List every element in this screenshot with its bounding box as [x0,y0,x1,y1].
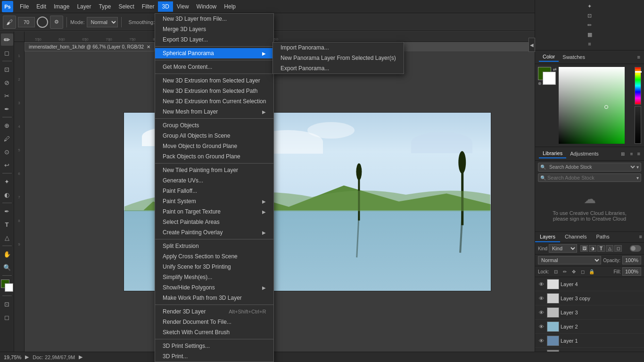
list-item[interactable]: 👁 Layer 1 [535,334,644,348]
menu-split-extrusion[interactable]: Split Extrusion [155,241,273,251]
menu-select[interactable]: Select [115,1,138,12]
lib-search-input[interactable] [547,175,636,181]
reset-colors-btn[interactable]: ⊕ [538,81,542,86]
menu-create-painting[interactable]: Create Painting Overlay ▶ [155,227,273,238]
panel-icon-2[interactable]: ⊡ [586,11,594,20]
menu-extrusion-layer[interactable]: New 3D Extrusion from Selected Layer [155,75,273,86]
menu-type[interactable]: Type [95,1,115,12]
list-item[interactable]: 👁 Layer 3 [535,305,644,320]
screen-mode-btn[interactable]: ◻ [1,311,13,323]
opacity-input[interactable] [622,256,641,264]
lib-search-select[interactable]: Search Adobe Stock [547,164,636,170]
filter-toggle[interactable] [630,245,641,252]
brush-tool[interactable]: ✏ [1,33,13,46]
lock-all-icon[interactable]: 🔒 [588,268,595,275]
panel-icon-4[interactable]: ▦ [586,30,594,39]
dodge-tool[interactable]: ◐ [1,189,13,201]
menu-show-hide-poly[interactable]: Show/Hide Polygons ▶ [155,282,273,293]
smudge-tool[interactable]: ✦ [1,175,13,188]
menu-merge-3d[interactable]: Merge 3D Layers [155,24,273,34]
menu-work-path[interactable]: Make Work Path from 3D Layer [155,293,273,303]
stamp-tool[interactable]: ⊙ [1,146,13,158]
menu-select-paintable[interactable]: Select Paintable Areas [155,217,273,227]
menu-apply-cross[interactable]: Apply Cross Section to Scene [155,251,273,262]
lock-artboard-icon[interactable]: ◻ [579,268,586,275]
collapse-panels-btn[interactable]: ◀ [528,38,535,52]
pen-tool[interactable]: ✒ [1,205,13,217]
menu-image[interactable]: Image [50,1,73,12]
color-tab[interactable]: Color [539,52,559,62]
sub-import-panorama[interactable]: Import Panorama... [273,42,404,53]
list-item[interactable]: 👁 Layer 2 [535,320,644,334]
layer-eye-1[interactable]: 👁 [537,338,545,344]
quick-mask-btn[interactable]: ⊡ [1,298,13,310]
menu-export-3d[interactable]: Export 3D Layer... [155,34,273,45]
lib-dropdown-arrow[interactable]: ▾ [636,175,639,181]
panel-icon-5[interactable]: ≡ [586,40,594,48]
lock-paint-icon[interactable]: ✏ [561,268,569,275]
layer-eye-3c[interactable]: 👁 [537,296,545,301]
heal-tool[interactable]: ⊕ [1,119,13,132]
brush-tool-icon[interactable]: 🖌 [3,16,16,29]
menu-paint-system[interactable]: Paint System ▶ [155,196,273,206]
selection-tool[interactable]: ⊡ [1,63,13,75]
layers-tab-channels[interactable]: Channels [560,232,591,242]
menu-group-objects[interactable]: Group Objects [155,120,273,131]
menu-paint-target[interactable]: Paint on Target Texture ▶ [155,206,273,217]
layer-eye-3[interactable]: 👁 [537,310,545,315]
menu-paint-falloff[interactable]: Paint Falloff... [155,186,273,196]
text-tool[interactable]: T [1,218,13,230]
menu-view[interactable]: View [173,1,193,12]
panel-icon-1[interactable]: ✦ [586,2,594,10]
filter-pixel-icon[interactable]: 🖼 [580,245,588,252]
layers-panel-menu-btn[interactable]: ≡ [637,232,644,242]
menu-move-object[interactable]: Move Object to Ground Plane [155,141,273,151]
hand-tool[interactable]: ✋ [1,248,13,260]
status-triangle[interactable]: ▶ [25,354,29,360]
menu-group-all[interactable]: Group All Objects in Scene [155,131,273,141]
filter-kind-select[interactable]: Kind [549,244,577,253]
panel-icon-3[interactable]: ✏ [586,21,594,29]
lib-grid-icon[interactable]: ⊞ [619,150,627,157]
lib-menu-btn[interactable]: ≡ [637,151,640,156]
background-swatch[interactable] [543,72,556,85]
zoom-tool[interactable]: 🔍 [1,261,13,273]
color-gradient[interactable] [559,67,625,144]
adjustments-tab[interactable]: Adjustments [566,149,603,158]
menu-3d-print-settings[interactable]: 3D Print Settings... [155,341,273,351]
canvas-tab[interactable]: immenstadter_horn_1k.hdr @ 66,7% (Layer … [25,42,155,51]
sub-export-panorama[interactable]: Export Panorama... [273,63,404,74]
menu-get-more-content[interactable]: Get More Content... [155,62,273,72]
history-brush[interactable]: ↩ [1,159,13,171]
swatches-tab[interactable]: Swatches [559,53,589,61]
menu-simplify-mesh[interactable]: Simplify Mesh(es)... [155,272,273,282]
color-panel-menu[interactable]: ≡ [637,54,640,60]
alpha-bar[interactable] [635,106,641,144]
lasso-tool[interactable]: ⊘ [1,76,13,89]
lib-list-icon[interactable]: ≡ [628,150,636,157]
color-swatch-area[interactable] [1,280,13,292]
menu-edit[interactable]: Edit [33,1,50,12]
menu-generate-uvs[interactable]: Generate UVs... [155,175,273,186]
layers-tab-layers[interactable]: Layers [535,232,560,242]
lock-move-icon[interactable]: ✥ [570,268,578,275]
menu-render-3d[interactable]: Render 3D Layer Alt+Shift+Ctrl+R [155,306,273,317]
menu-3d[interactable]: 3D [158,1,173,12]
menu-extrusion-selection[interactable]: New 3D Extrusion from Current Selection [155,96,273,107]
sub-new-panorama-layer[interactable]: New Panorama Layer From Selected Layer(s… [273,53,404,63]
layer-eye-2[interactable]: 👁 [537,324,545,329]
hue-bar[interactable] [635,67,641,105]
crop-tool[interactable]: ✂ [1,90,13,102]
layer-eye-4[interactable]: 👁 [537,281,545,287]
menu-file[interactable]: File [16,1,33,12]
filter-shape-icon[interactable]: △ [606,245,613,252]
libraries-tab[interactable]: Libraries [539,149,566,158]
shape-tool[interactable]: △ [1,231,13,244]
menu-extrusion-path[interactable]: New 3D Extrusion from Selected Path [155,86,273,96]
menu-render-doc[interactable]: Render Document To File... [155,317,273,327]
filter-smart-icon[interactable]: ◻ [614,245,622,252]
table-row[interactable]: 👁 Layer 4 [535,277,644,291]
menu-sketch-brush[interactable]: Sketch With Current Brush [155,327,273,337]
mode-select[interactable]: Normal [87,17,118,27]
filter-text-icon[interactable]: T [597,245,605,252]
